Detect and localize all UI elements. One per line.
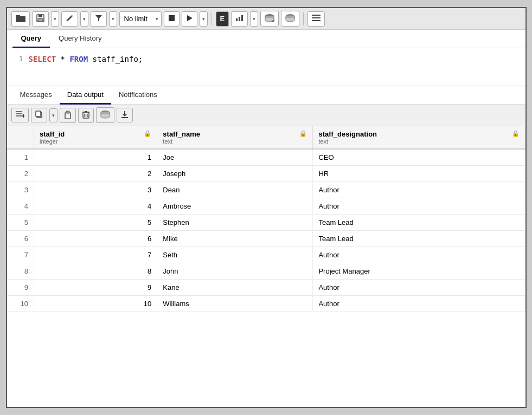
run-button[interactable]: [182, 11, 197, 27]
line-number-1: 1: [19, 55, 23, 63]
filter-button[interactable]: [91, 11, 107, 27]
check-db-button[interactable]: [260, 11, 279, 27]
table-row[interactable]: 10 10 Williams Author: [7, 296, 525, 312]
cell-staff-designation: Team Lead: [313, 231, 525, 247]
run-dropdown-button[interactable]: ▾: [200, 11, 208, 27]
add-row-icon: [16, 111, 24, 120]
copy-icon: [35, 111, 43, 120]
pencil-icon: [66, 14, 74, 24]
lock-icon: 🔒: [512, 130, 520, 137]
cell-staff-name: Mike: [157, 231, 313, 247]
cell-rownum: 1: [7, 149, 34, 166]
main-window: ▾ ▾ ▾ No limit 100 500 1000: [6, 7, 527, 408]
tab-query[interactable]: Query: [12, 30, 50, 48]
download-button[interactable]: [117, 108, 133, 122]
tab-notifications[interactable]: Notifications: [111, 86, 165, 105]
paste-icon: [64, 111, 72, 120]
db-icon-button[interactable]: [281, 11, 299, 27]
explain-icon: E: [220, 15, 225, 23]
sql-star: *: [61, 55, 70, 63]
table-header-row: staff_id integer 🔒 staff_name text: [7, 126, 525, 149]
table-row[interactable]: 9 9 Kane Author: [7, 280, 525, 296]
col-header-staff-designation[interactable]: staff_designation text 🔒: [313, 126, 525, 149]
add-row-button[interactable]: [11, 108, 29, 122]
delete-button[interactable]: [78, 108, 94, 123]
cell-staff-name: Joe: [157, 149, 313, 166]
stop-button[interactable]: [164, 11, 180, 27]
tab-data-output[interactable]: Data output: [60, 86, 111, 105]
svg-rect-10: [241, 15, 243, 21]
limit-select-wrapper: No limit 100 500 1000 ▾: [119, 11, 162, 27]
lock-icon: 🔒: [299, 130, 307, 137]
sql-table: staff_info;: [93, 55, 143, 63]
table-row[interactable]: 8 8 John Project Manager: [7, 263, 525, 280]
filter-dropdown-button[interactable]: ▾: [109, 11, 117, 27]
edit-dropdown-button[interactable]: ▾: [80, 11, 88, 27]
toolbar-separator-2: [303, 12, 304, 25]
cell-staff-designation: Author: [313, 280, 525, 296]
col-header-staff-name[interactable]: staff_name text 🔒: [157, 126, 313, 149]
cell-staff-name: Ambrose: [157, 198, 313, 215]
open-folder-button[interactable]: [11, 11, 30, 27]
col-header-staff-id[interactable]: staff_id integer 🔒: [34, 126, 157, 149]
cell-staff-id: 9: [34, 280, 157, 296]
kw-select: SELECT: [29, 55, 56, 63]
table-row[interactable]: 4 4 Ambrose Author: [7, 198, 525, 215]
svg-marker-5: [95, 15, 102, 21]
cell-staff-id: 1: [34, 149, 157, 166]
table-row[interactable]: 1 1 Joe CEO: [7, 149, 525, 166]
table-body: 1 1 Joe CEO 2 2 Joseph HR 3 3 Dean Autho…: [7, 149, 525, 312]
cell-staff-designation: Author: [313, 247, 525, 263]
chart-dropdown-button[interactable]: ▾: [250, 11, 258, 27]
chart-button[interactable]: [231, 11, 248, 27]
limit-select[interactable]: No limit 100 500 1000: [119, 11, 162, 27]
table-row[interactable]: 5 5 Stephen Team Lead: [7, 215, 525, 231]
save-button[interactable]: [32, 11, 49, 27]
sql-code[interactable]: SELECT * FROM staff_info;: [29, 54, 143, 80]
delete-icon: [82, 111, 89, 120]
edit-button[interactable]: [61, 11, 78, 27]
toolbar-separator: [211, 12, 212, 25]
data-table: staff_id integer 🔒 staff_name text: [7, 126, 525, 312]
save-dropdown-button[interactable]: ▾: [51, 11, 59, 27]
tab-messages[interactable]: Messages: [12, 86, 60, 105]
cell-rownum: 6: [7, 231, 34, 247]
svg-rect-23: [65, 113, 70, 119]
cell-staff-id: 4: [34, 198, 157, 215]
explain-button[interactable]: E: [216, 11, 229, 27]
menu-icon: [312, 14, 321, 23]
db-save-button[interactable]: [96, 107, 114, 123]
cell-staff-name: Joseph: [157, 166, 313, 182]
svg-rect-24: [66, 111, 69, 113]
cell-staff-name: Williams: [157, 296, 313, 312]
paste-button[interactable]: [60, 108, 76, 123]
svg-rect-8: [236, 18, 238, 21]
chart-icon: [235, 14, 243, 23]
output-tabs: Messages Data output Notifications: [7, 86, 525, 105]
tab-query-history[interactable]: Query History: [50, 30, 110, 48]
cell-staff-designation: Project Manager: [313, 263, 525, 280]
main-toolbar: ▾ ▾ ▾ No limit 100 500 1000: [7, 8, 525, 30]
chevron-down-icon: ▾: [112, 16, 114, 22]
cell-staff-id: 10: [34, 296, 157, 312]
cell-staff-designation: HR: [313, 166, 525, 182]
save-icon: [36, 14, 44, 24]
table-row[interactable]: 2 2 Joseph HR: [7, 166, 525, 182]
output-toolbar: ▾: [7, 105, 525, 126]
cell-staff-name: John: [157, 263, 313, 280]
cell-staff-name: Stephen: [157, 215, 313, 231]
cell-staff-designation: Author: [313, 198, 525, 215]
cell-staff-designation: Author: [313, 182, 525, 198]
table-row[interactable]: 7 7 Seth Author: [7, 247, 525, 263]
table-row[interactable]: 3 3 Dean Author: [7, 182, 525, 198]
table-row[interactable]: 6 6 Mike Team Lead: [7, 231, 525, 247]
cell-staff-id: 3: [34, 182, 157, 198]
svg-rect-3: [39, 15, 42, 17]
copy-button[interactable]: [31, 108, 47, 122]
copy-dropdown-button[interactable]: ▾: [49, 108, 57, 122]
cell-rownum: 7: [7, 247, 34, 263]
check-db-icon: [265, 14, 274, 24]
menu-button[interactable]: [307, 11, 325, 27]
svg-rect-6: [169, 15, 175, 21]
folder-icon: [16, 14, 25, 24]
